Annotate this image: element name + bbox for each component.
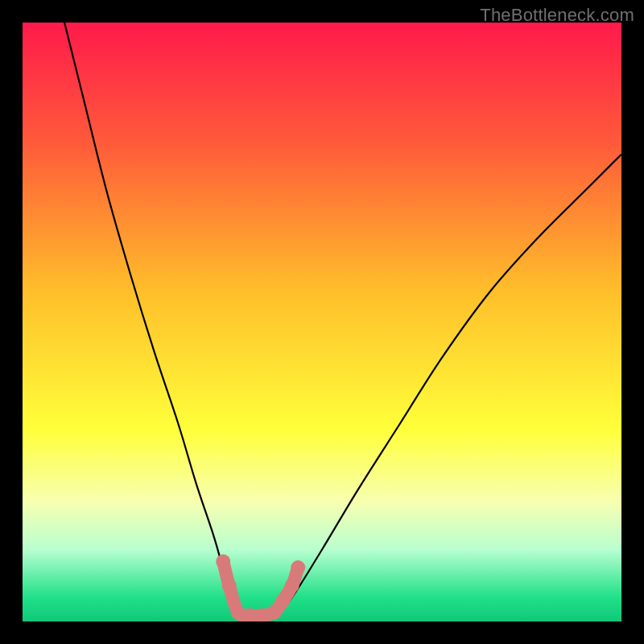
highlight-marker [285,578,299,592]
plot-area [23,23,621,621]
watermark-text: TheBottleneck.com [480,5,634,26]
chart-frame: TheBottleneck.com [0,0,644,644]
highlight-marker [222,578,237,592]
highlight-marker [291,560,305,575]
highlight-marker [266,605,281,620]
highlight-marker [276,593,291,608]
chart-svg [23,23,621,621]
plot-background [23,23,621,621]
highlight-marker [216,555,230,569]
